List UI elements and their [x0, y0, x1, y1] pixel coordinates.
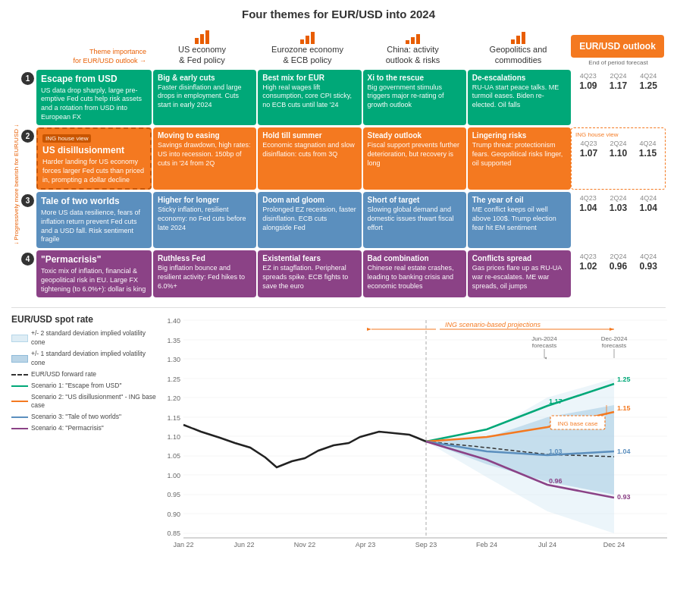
legend-icon-area2	[11, 335, 28, 342]
chart-legend: EUR/USD spot rate +/- 2 standard deviati…	[11, 314, 159, 551]
row-1-cell-2: Xi to the rescue Big government stimulus…	[363, 70, 466, 126]
legend-label: Scenario 2: "US disillusionment" - ING b…	[31, 393, 159, 411]
row-2-cell-3: Lingering risks Trump threat: protection…	[468, 127, 571, 190]
svg-text:1.03: 1.03	[549, 448, 563, 455]
row-1-main-title: Escape from USD	[41, 74, 147, 84]
row-3: 3 Tale of two worlds More US data resili…	[21, 192, 666, 248]
cell-title: Existential fears	[262, 254, 356, 262]
bar2	[411, 37, 415, 44]
svg-text:Dec 24: Dec 24	[603, 541, 625, 548]
forecast-periods: 4Q23 2Q24 4Q24	[575, 253, 662, 260]
cell-title: The year of oil	[472, 196, 566, 204]
row-2-forecast: ING house view 4Q23 2Q24 4Q24 1.07 1.10 …	[571, 127, 666, 190]
row-3-main-text: More US data resilience, fears of inflat…	[41, 209, 147, 244]
svg-text:1.25: 1.25	[617, 376, 631, 383]
cell-text: Economic stagnation and slow disinflatio…	[262, 141, 356, 159]
forecast-periods: 4Q23 2Q24 4Q24	[575, 72, 662, 80]
svg-text:Jun 22: Jun 22	[234, 541, 254, 548]
svg-text:ING base case: ING base case	[558, 420, 598, 427]
row-3-cell-2: Short of target Slowing global demand an…	[363, 192, 466, 248]
cell-text: Sticky inflation, resilient economy: no …	[158, 206, 252, 232]
eurusd-outlook-header: EUR/USD outlook End of period forecast	[571, 35, 666, 66]
forecast-values: 1.09 1.17 1.25	[575, 80, 662, 91]
rows-with-arrow: ↓ Progressively more bearish for EUR/USD…	[11, 70, 666, 300]
cell-text: Fiscal support prevents further deterior…	[368, 141, 462, 168]
row-3-forecast: 4Q23 2Q24 4Q24 1.04 1.03 1.04	[571, 192, 666, 248]
row-1-cell-3: De-escalations RU-UA start peace talks. …	[468, 70, 571, 126]
cell-title: Doom and gloom	[262, 196, 356, 204]
bar3	[205, 30, 209, 44]
svg-text:0.95: 0.95	[167, 491, 180, 498]
svg-text:0.93: 0.93	[617, 493, 631, 501]
cell-title: Conflicts spread	[472, 254, 566, 262]
legend-item-dash: EUR/USD forward rate	[11, 370, 159, 379]
bar3	[522, 32, 525, 44]
row-2-number: 2	[21, 130, 34, 143]
row-4-number: 4	[21, 253, 34, 266]
svg-text:Jan 22: Jan 22	[173, 541, 193, 548]
row-1-cell-0: Big & early cuts Faster disinflation and…	[153, 70, 256, 126]
bearish-label: ↓ Progressively more bearish for EUR/USD…	[13, 124, 20, 245]
cell-text: Prolonged EZ recession, faster disinflat…	[262, 206, 356, 232]
chart-svg-wrapper: 1.40 1.35 1.30 1.25 1.20 1.15 1.10 1.05 …	[159, 314, 675, 551]
legend-label: +/- 2 standard deviation implied volatil…	[31, 329, 159, 347]
row-4-forecast: 4Q23 2Q24 4Q24 1.02 0.96 0.93	[571, 250, 666, 297]
svg-text:1.10: 1.10	[167, 433, 180, 441]
legend-item-area1: +/- 1 standard deviation implied volatil…	[11, 350, 159, 368]
svg-text:1.05: 1.05	[167, 452, 180, 460]
legend-item-orange: Scenario 2: "US disillusionment" - ING b…	[11, 393, 159, 411]
row-4-cells: Ruthless Fed Big inflation bounce and re…	[153, 250, 571, 297]
col-headers: US economy & Fed policy Eurozone economy…	[149, 27, 571, 66]
svg-text:forecasts: forecasts	[532, 342, 556, 349]
legend-label: +/- 1 standard deviation implied volatil…	[31, 350, 159, 368]
svg-text:1.30: 1.30	[167, 356, 180, 363]
cell-text: Gas prices flare up as RU-UA war re-esca…	[472, 264, 566, 291]
forecast-values: 1.07 1.10 1.15	[575, 148, 661, 159]
row-1-number: 1	[21, 72, 34, 85]
all-rows: 1 Escape from USD US data drop sharply, …	[21, 70, 666, 300]
svg-text:0.85: 0.85	[167, 530, 180, 537]
cell-title: Ruthless Fed	[158, 254, 252, 262]
svg-text:Apr 23: Apr 23	[356, 541, 376, 548]
bar3	[311, 32, 315, 44]
row-4-cell-2: Bad combination Chinese real estate cras…	[363, 250, 466, 297]
legend-icon-dash	[11, 374, 28, 376]
legend-label: Scenario 4: "Permacrisis"	[31, 424, 104, 433]
bar1	[195, 38, 199, 44]
end-period-label: End of period forecast	[571, 59, 666, 66]
svg-text:1.35: 1.35	[167, 337, 180, 344]
legend-item-blue: Scenario 3: "Tale of two worlds"	[11, 413, 159, 422]
cell-title: Best mix for EUR	[262, 74, 356, 82]
legend-item-green: Scenario 1: "Escape from USD"	[11, 382, 159, 391]
row-4: 4 "Permacrisis" Toxic mix of inflation, …	[21, 250, 666, 297]
forecast-values: 1.02 0.96 0.93	[575, 261, 662, 272]
legend-icon-blue	[11, 416, 28, 418]
svg-text:1.40: 1.40	[167, 317, 180, 325]
cell-title: Lingering risks	[472, 131, 566, 140]
cell-title: Big & early cuts	[158, 74, 252, 82]
chart-title: EUR/USD spot rate	[11, 314, 159, 325]
column-headers-row: Theme importancefor EUR/USD outlook → US…	[11, 27, 666, 66]
svg-text:1.25: 1.25	[167, 376, 180, 383]
theme-importance-label: Theme importancefor EUR/USD outlook →	[11, 48, 149, 65]
row-2-main: ING house view US disillusionment Harder…	[36, 127, 152, 190]
bearish-arrow-col: ↓ Progressively more bearish for EUR/USD…	[11, 70, 20, 300]
legend-icon-area1	[11, 355, 28, 363]
chart-section: EUR/USD spot rate +/- 2 standard deviati…	[11, 307, 666, 551]
row-3-main: Tale of two worlds More US data resilien…	[36, 192, 152, 248]
forecast-periods: 4Q23 2Q24 4Q24	[575, 194, 662, 202]
svg-text:Nov 22: Nov 22	[294, 541, 316, 548]
svg-text:0.90: 0.90	[167, 511, 180, 518]
legend-label: Scenario 3: "Tale of two worlds"	[31, 413, 121, 422]
svg-text:Jul 24: Jul 24	[538, 541, 556, 548]
svg-text:Sep 23: Sep 23	[415, 541, 437, 548]
row-4-main-text: Toxic mix of inflation, financial & geop…	[41, 267, 147, 294]
chart-svg: 1.40 1.35 1.30 1.25 1.20 1.15 1.10 1.05 …	[159, 314, 675, 549]
svg-text:1.00: 1.00	[167, 472, 180, 479]
svg-text:1.20: 1.20	[167, 394, 180, 402]
cell-title: Moving to easing	[158, 131, 252, 140]
row-2-main-title: US disillusionment	[42, 145, 146, 156]
header-spacer: Theme importancefor EUR/USD outlook →	[11, 42, 149, 65]
svg-text:1.17: 1.17	[549, 398, 563, 405]
legend-item-purple: Scenario 4: "Permacrisis"	[11, 424, 159, 433]
